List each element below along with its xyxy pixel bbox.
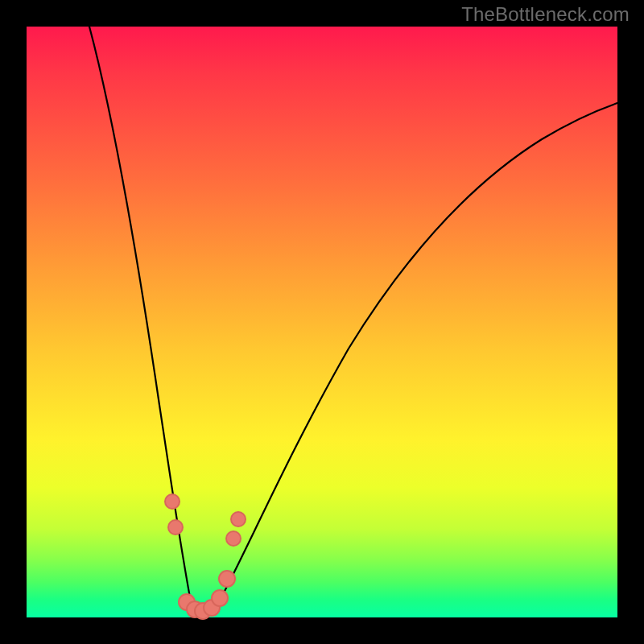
- chart-frame: TheBottleneck.com: [0, 0, 644, 644]
- watermark-text: TheBottleneck.com: [461, 3, 630, 26]
- marker-group: [165, 494, 246, 619]
- plot-area: [27, 27, 617, 617]
- curve-layer: [27, 27, 617, 617]
- marker-dot: [219, 571, 235, 587]
- marker-dot: [212, 590, 228, 606]
- marker-dot: [231, 512, 246, 526]
- marker-dot: [168, 520, 183, 535]
- bottleneck-curve-right: [199, 103, 617, 617]
- marker-dot: [226, 531, 241, 546]
- marker-dot: [165, 494, 180, 509]
